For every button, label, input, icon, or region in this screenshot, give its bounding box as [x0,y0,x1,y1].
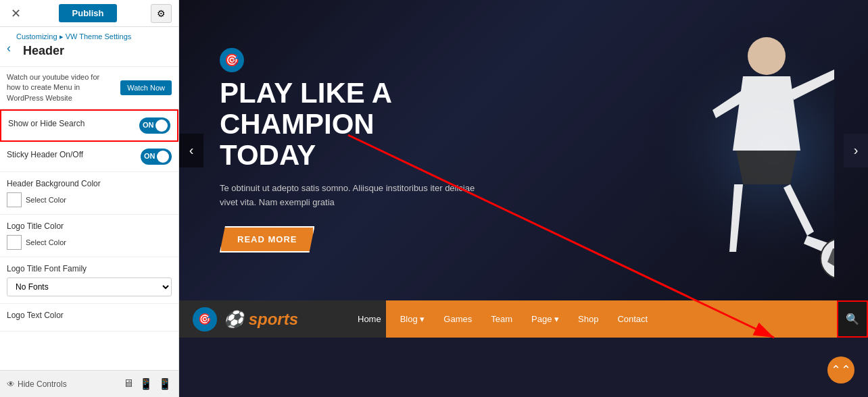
header-bg-color-swatch[interactable] [7,192,22,207]
sticky-header-label: Sticky Header On/Off [7,150,83,159]
hero-icon: 🎯 [220,48,244,72]
watch-now-button[interactable]: Watch Now [120,80,172,95]
show-hide-search-label: Show or Hide Search [8,119,85,128]
hero-section: 🎯 PLAY LIKE A CHAMPION TODAY Te obtinuit… [179,0,868,300]
logo-font-family-row: Logo Title Font Family No Fonts [0,257,178,304]
watch-block: Watch our youtube video for how to creat… [0,67,178,109]
hero-text: Te obtinuit ut adepto satis somno. Aliis… [220,182,477,210]
sticky-header-toggle[interactable]: ON [141,149,172,165]
next-arrow[interactable]: › [844,134,868,167]
hide-controls-button[interactable]: 👁 Hide Controls [7,379,67,389]
nav-link-blog[interactable]: Blog ▾ [391,300,435,338]
show-hide-search-toggle-row: Show or Hide Search ON [8,117,170,134]
logo-title-color-row: Logo Title Color Select Color [0,215,178,257]
scroll-indicator: ⌃⌃ [827,356,854,383]
prev-arrow[interactable]: ‹ [179,134,203,167]
watch-text: Watch our youtube video for how to creat… [7,72,115,103]
header-bg-color-picker: Select Color [7,192,172,207]
svg-point-1 [748,37,786,75]
search-nav-button[interactable]: 🔍 [837,300,868,338]
top-bar: ✕ Publish ⚙ [0,0,178,27]
nav-bar: 🎯 ⚽ sports Home Blog ▾ Games Team Page ▾… [179,300,868,338]
breadcrumb: Customizing ▸ VW Theme Settings [16,32,131,41]
search-nav-icon: 🔍 [846,313,859,325]
nav-link-games[interactable]: Games [434,300,481,338]
gear-button[interactable]: ⚙ [151,4,172,23]
logo-title-color-picker: Select Color [7,235,172,250]
page-title: Header [16,41,131,63]
font-family-select[interactable]: No Fonts [7,277,172,296]
nav-links: Home Blog ▾ Games Team Page ▾ Shop Conta… [335,300,837,338]
sticky-header-toggle-row: Sticky Header On/Off ON [7,149,172,165]
soccer-figure [516,0,868,300]
device-icons: 🖥 📱 📱 [123,377,172,390]
header-bg-color-row: Header Background Color Select Color [0,172,178,215]
hide-controls-label: Hide Controls [18,379,67,389]
scroll-up-button[interactable]: ⌃⌃ [827,356,854,383]
player-svg [550,2,834,299]
desktop-icon[interactable]: 🖥 [123,377,134,390]
logo-text-color-label: Logo Text Color [7,311,172,320]
hero-title: PLAY LIKE A CHAMPION TODAY [220,78,477,171]
nav-link-shop[interactable]: Shop [569,300,608,338]
back-arrow[interactable]: ‹ [7,41,11,55]
header-bg-color-label: Header Background Color [7,179,172,188]
logo-text-color-row: Logo Text Color [0,304,178,332]
logo-area: 🎯 ⚽ sports [179,300,335,338]
logo-title-color-swatch[interactable] [7,235,22,250]
logo-text: ⚽ sports [224,310,298,329]
nav-link-contact[interactable]: Contact [608,300,657,338]
logo-font-family-label: Logo Title Font Family [7,264,172,273]
logo-icon: 🎯 [193,307,217,332]
panel-scroll: ‹ Customizing ▸ VW Theme Settings Header… [0,27,178,370]
hero-content: 🎯 PLAY LIKE A CHAMPION TODAY Te obtinuit… [179,21,517,280]
show-hide-search-row: Show or Hide Search ON [0,109,178,142]
eye-icon: 👁 [7,379,15,389]
header-bg-color-text: Select Color [26,196,66,204]
logo-title-color-label: Logo Title Color [7,221,172,231]
tablet-icon[interactable]: 📱 [139,377,153,390]
left-panel: ✕ Publish ⚙ ‹ Customizing ▸ VW Theme Set… [0,0,179,397]
logo-sport-icon: ⚽ [224,310,244,328]
sticky-header-row: Sticky Header On/Off ON [0,142,178,172]
bottom-bar: 👁 Hide Controls 🖥 📱 📱 [0,370,178,397]
publish-button[interactable]: Publish [59,4,118,22]
nav-link-home[interactable]: Home [348,300,391,338]
breadcrumb-nav: ‹ Customizing ▸ VW Theme Settings Header [0,27,178,67]
nav-link-page[interactable]: Page ▾ [522,300,569,338]
close-button[interactable]: ✕ [7,5,25,22]
show-hide-search-toggle[interactable]: ON [139,117,170,134]
read-more-button[interactable]: READ MORE [220,226,314,253]
logo-title-color-text: Select Color [26,238,66,246]
right-panel: 🎯 PLAY LIKE A CHAMPION TODAY Te obtinuit… [179,0,868,397]
mobile-icon[interactable]: 📱 [158,377,172,390]
nav-link-team[interactable]: Team [481,300,522,338]
